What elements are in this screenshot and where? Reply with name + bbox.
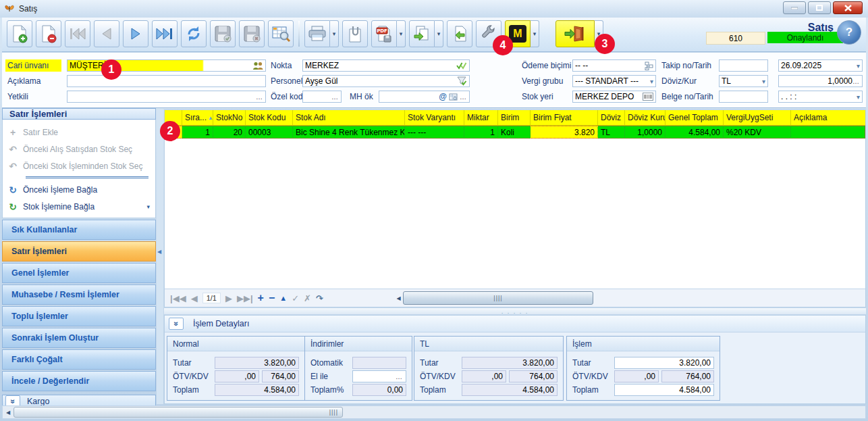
nav-first-button[interactable]: |◀◀ — [170, 294, 186, 303]
cell-stok-kodu[interactable]: 00003 — [246, 126, 293, 139]
grid-column-header[interactable]: Döviz Kuru — [625, 110, 666, 125]
grid-column-header[interactable]: Sıra...▲ — [182, 110, 213, 125]
filter-funnel-icon[interactable] — [457, 76, 467, 86]
panel-splitter-grip[interactable]: . . . . . — [164, 308, 866, 314]
sidebar-item-genel-islemler[interactable]: Genel İşlemler — [2, 263, 156, 283]
last-record-button[interactable] — [152, 20, 178, 47]
post-edit-button[interactable]: ✓ — [292, 294, 299, 303]
cell-stok-varyanti[interactable]: --- --- — [405, 126, 464, 139]
cell-sira[interactable]: 1 — [182, 126, 213, 139]
ellipsis-icon[interactable]: … — [396, 373, 403, 380]
print-button[interactable] — [304, 20, 330, 47]
table-lookup-icon[interactable] — [449, 93, 458, 101]
restore-button[interactable] — [808, 1, 831, 14]
chevron-down-icon[interactable]: ▾ — [857, 93, 860, 101]
hierarchy-tree-icon[interactable] — [645, 61, 653, 70]
pdf-save-button[interactable]: PDF — [371, 20, 397, 47]
sidebar-item-sonraki-islem-olustur[interactable]: Sonraki İşlem Oluştur — [2, 328, 156, 348]
chevron-down-icon[interactable]: ▾ — [650, 78, 653, 85]
barcode-icon[interactable] — [643, 93, 653, 101]
sidebar-item-onceki-stok-isleminden-stok-sec[interactable]: ↶ Önceki Stok İşleminden Stok Seç — [7, 157, 153, 174]
grid-column-header[interactable]: Açıklama — [791, 110, 865, 125]
cell-stokno[interactable]: 20 — [213, 126, 246, 139]
grid-column-header[interactable]: Genel Toplam — [666, 110, 724, 125]
takip-date-field[interactable]: 26.09.2025 ▾ — [778, 59, 863, 72]
window-horizontal-scrollbar[interactable]: ◀ |||| — [2, 405, 866, 419]
cell-genel-toplam[interactable]: 4.584,00 — [666, 126, 724, 139]
edit-row-button[interactable]: ▲ — [279, 295, 287, 302]
scrollbar-thumb[interactable]: |||| — [13, 407, 343, 418]
sidebar-item-incele-degerlendir[interactable]: İncele / Değerlendir — [2, 371, 156, 391]
copy-document-button[interactable] — [409, 20, 435, 47]
cell-vergi-uyg-seti[interactable]: %20 KDV — [724, 126, 791, 139]
takip-no-field[interactable] — [719, 59, 768, 72]
table-row[interactable]: 1 20 00003 Bic Shine 4 Renk Tükenmez Kal… — [165, 126, 865, 139]
close-button[interactable] — [833, 1, 863, 14]
print-dropdown-button[interactable]: ▾ — [330, 20, 339, 47]
ellipsis-icon[interactable]: … — [256, 93, 263, 101]
scrollbar-thumb[interactable]: |||| — [403, 291, 593, 305]
at-sign-icon[interactable]: @ — [439, 92, 447, 101]
next-record-button[interactable] — [123, 20, 148, 47]
sidebar-item-onceki-alis-satisdan-stok-sec[interactable]: ↶ Önceki Alış Satışdan Stok Seç — [7, 141, 153, 157]
nav-next-button[interactable]: ▶ — [225, 294, 232, 303]
previous-record-button[interactable] — [94, 20, 119, 47]
tutar-field[interactable]: 3.820,00 — [614, 357, 714, 369]
sidebar-item-stok-islemine-bagla[interactable]: ↻ Stok İşlemine Bağla ▾ — [7, 198, 153, 215]
refresh-button[interactable] — [181, 20, 207, 47]
customer-lookup-icon[interactable] — [252, 61, 263, 70]
first-record-button[interactable] — [65, 20, 90, 47]
save-cancel-button[interactable] — [239, 20, 265, 47]
ellipsis-icon[interactable]: … — [460, 93, 467, 101]
grid-column-header[interactable]: Döviz — [598, 110, 625, 125]
grid-column-header[interactable]: Stok Varyantı — [405, 110, 464, 125]
chevron-down-icon[interactable]: ▾ — [762, 78, 765, 85]
grid-column-header[interactable]: Birim — [498, 110, 531, 125]
exit-button[interactable] — [555, 20, 595, 47]
ellipsis-icon[interactable]: … — [331, 93, 339, 101]
sidebar-item-sik-kullanilanlar[interactable]: Sık Kullanılanlar — [2, 220, 156, 240]
grid-column-header[interactable]: Stok Adı — [293, 110, 405, 125]
chevron-down-icon[interactable]: ▾ — [857, 62, 860, 70]
doviz-select[interactable]: TL ▾ — [719, 75, 768, 87]
sidebar-item-muhasebe-resmi-islemler[interactable]: Muhasebe / Resmi İşlemler — [2, 284, 156, 305]
sidebar-item-farkli-cogalt[interactable]: Farklı Çoğalt — [2, 349, 156, 370]
el-ile-field[interactable]: … — [352, 370, 406, 382]
sidebar-item-satir-ekle[interactable]: + Satır Ekle — [7, 124, 153, 141]
delete-row-button[interactable]: − — [269, 293, 275, 303]
attachment-button[interactable] — [342, 20, 368, 47]
add-row-button[interactable]: + — [258, 293, 264, 303]
sidebar-item-toplu-islemler[interactable]: Toplu İşlemler — [2, 306, 156, 326]
return-document-button[interactable] — [447, 20, 472, 47]
cell-doviz[interactable]: TL — [598, 126, 625, 139]
nokta-field[interactable]: MERKEZ — [302, 59, 470, 72]
belge-no-field[interactable] — [719, 91, 768, 103]
aciklama-field[interactable] — [67, 75, 266, 87]
ozel-kod-field[interactable]: … — [302, 91, 342, 103]
cell-birim[interactable]: Koli — [498, 126, 531, 139]
minimize-button[interactable] — [783, 1, 806, 14]
odeme-bicimi-field[interactable]: -- -- — [572, 59, 656, 72]
delete-record-button[interactable] — [36, 20, 61, 47]
ellipsis-icon[interactable]: … — [852, 78, 860, 85]
help-button[interactable]: ? — [837, 20, 861, 45]
refresh-rows-button[interactable]: ↷ — [316, 294, 323, 303]
collapse-details-button[interactable]: » — [169, 318, 184, 330]
chevron-down-icon[interactable]: ▾ — [146, 203, 150, 210]
new-record-button[interactable] — [7, 20, 32, 47]
save-button[interactable] — [210, 20, 236, 47]
m-dropdown-button[interactable]: ▾ — [531, 20, 539, 47]
nav-last-button[interactable]: ▶▶| — [237, 294, 253, 303]
belge-date-field[interactable]: . . : : ▾ — [778, 91, 863, 103]
toplam-field[interactable]: 4.584,00 — [614, 384, 714, 396]
scroll-left-arrow-icon[interactable]: ◀ — [394, 292, 403, 304]
sidebar-splitter[interactable]: ◀ — [157, 108, 163, 404]
stok-yeri-field[interactable]: MERKEZ DEPO — [572, 91, 656, 103]
cell-miktar[interactable]: 1 — [464, 126, 498, 139]
grid-column-header[interactable]: Stok Kodu — [246, 110, 293, 125]
vergi-grubu-select[interactable]: --- STANDART --- ▾ — [572, 75, 656, 87]
grid-horizontal-scrollbar[interactable]: ◀ |||| — [394, 291, 593, 305]
grid-column-header[interactable]: Miktar — [464, 110, 498, 125]
cancel-edit-button[interactable]: ✗ — [304, 294, 311, 303]
cell-aciklama[interactable] — [791, 126, 865, 139]
